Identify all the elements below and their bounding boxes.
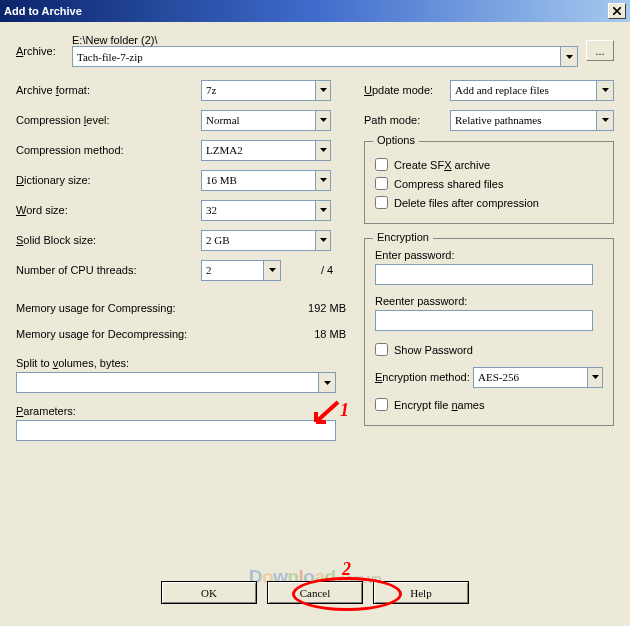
path-combo[interactable] [450,110,597,131]
encryption-group: Encryption Enter password: Reenter passw… [364,238,614,426]
mem-decomp-value: 18 MB [296,328,346,340]
method-combo[interactable] [201,140,316,161]
archive-name-input[interactable] [72,46,561,67]
block-combo[interactable] [201,230,316,251]
encryption-legend: Encryption [373,231,433,243]
chevron-down-icon[interactable] [264,260,281,281]
format-label: Archive format: [16,84,201,96]
delete-label: Delete files after compression [394,197,539,209]
word-label: Word size: [16,204,201,216]
encrypt-names-checkbox[interactable] [375,398,388,411]
threads-max: / 4 [321,264,333,276]
chevron-down-icon[interactable] [588,367,603,388]
reenter-password-label: Reenter password: [375,295,603,307]
method-label: Compression method: [16,144,201,156]
mem-comp-label: Memory usage for Compressing: [16,302,296,314]
shared-checkbox[interactable] [375,177,388,190]
mem-decomp-label: Memory usage for Decompressing: [16,328,296,340]
options-legend: Options [373,134,419,146]
dict-label: Dictionary size: [16,174,201,186]
show-password-checkbox[interactable] [375,343,388,356]
chevron-down-icon[interactable] [316,170,331,191]
enc-method-label: Encryption method: [375,371,473,383]
enc-method-combo[interactable] [473,367,588,388]
chevron-down-icon[interactable] [316,140,331,161]
word-combo[interactable] [201,200,316,221]
enter-password-label: Enter password: [375,249,603,261]
delete-checkbox[interactable] [375,196,388,209]
chevron-down-icon[interactable] [597,80,614,101]
browse-button[interactable]: ... [586,40,614,61]
threads-label: Number of CPU threads: [16,264,201,276]
block-label: Solid Block size: [16,234,201,246]
dict-combo[interactable] [201,170,316,191]
level-combo[interactable] [201,110,316,131]
annotation-number-1: 1 [340,400,349,421]
archive-path: E:\New folder (2)\ [72,34,578,46]
ok-button[interactable]: OK [161,581,257,604]
level-label: Compression level: [16,114,201,126]
reenter-password-input[interactable] [375,310,593,331]
annotation-arrow-1 [310,400,340,426]
encrypt-names-label: Encrypt file names [394,399,485,411]
show-password-label: Show Password [394,344,473,356]
split-label: Split to volumes, bytes: [16,357,346,369]
sfx-label: Create SFX archive [394,159,490,171]
close-button[interactable] [608,3,626,19]
mem-comp-value: 192 MB [296,302,346,314]
split-combo[interactable] [16,372,319,393]
chevron-down-icon[interactable] [316,230,331,251]
params-label: Parameters: [16,405,346,417]
options-group: Options Create SFX archive Compress shar… [364,141,614,224]
chevron-down-icon[interactable] [597,110,614,131]
enter-password-input[interactable] [375,264,593,285]
chevron-down-icon[interactable] [316,80,331,101]
chevron-down-icon[interactable] [316,200,331,221]
annotation-oval-2 [292,577,402,611]
path-label: Path mode: [364,114,450,126]
titlebar: Add to Archive [0,0,630,22]
window-title: Add to Archive [4,5,608,17]
shared-label: Compress shared files [394,178,503,190]
sfx-checkbox[interactable] [375,158,388,171]
params-input[interactable] [16,420,336,441]
annotation-number-2: 2 [342,559,351,580]
chevron-down-icon[interactable] [316,110,331,131]
chevron-down-icon[interactable] [319,372,336,393]
threads-combo[interactable] [201,260,264,281]
update-label: Update mode: [364,84,450,96]
update-combo[interactable] [450,80,597,101]
archive-label: Archive: [16,45,72,57]
archive-dropdown-arrow[interactable] [561,46,578,67]
format-combo[interactable] [201,80,316,101]
